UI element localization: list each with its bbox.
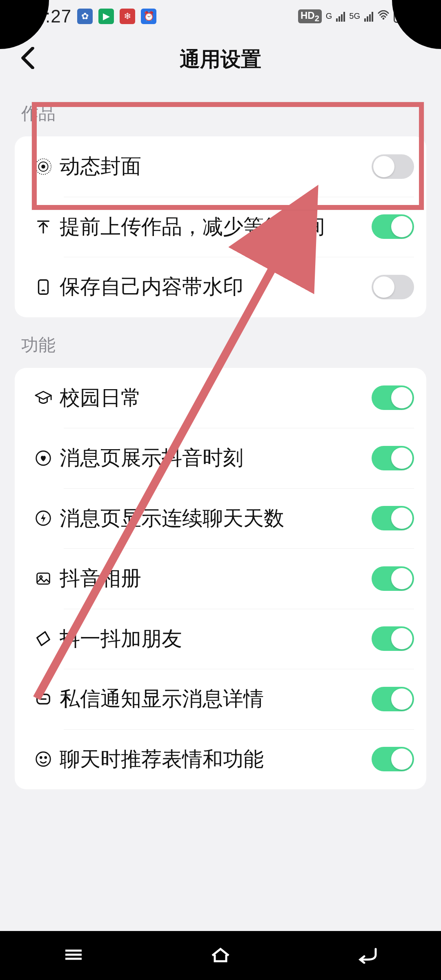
app-icon-2: ▶	[98, 9, 114, 24]
shake-toggle[interactable]	[372, 626, 414, 651]
device-icon	[27, 278, 60, 296]
network-g: G	[326, 11, 332, 21]
features-card: 校园日常 消息页展示抖音时刻 消息页显示连续聊天天数 抖音相册 抖一抖加朋友 私	[15, 368, 426, 790]
emoji-suggest-toggle[interactable]	[372, 747, 414, 771]
pre-upload-toggle[interactable]	[372, 214, 414, 239]
message-icon	[27, 690, 60, 708]
row-label: 消息页展示抖音时刻	[60, 444, 372, 472]
signal-bars-1	[336, 11, 345, 22]
target-icon	[27, 157, 60, 176]
lightning-circle-icon	[27, 509, 60, 528]
emoji-suggest-row[interactable]: 聊天时推荐表情和功能	[15, 729, 426, 790]
app-icon-4: ⏰	[141, 9, 156, 24]
moments-toggle[interactable]	[372, 446, 414, 470]
album-toggle[interactable]	[372, 566, 414, 591]
app-header: 通用设置	[0, 33, 441, 86]
svg-point-13	[45, 757, 47, 759]
upload-icon	[27, 217, 60, 236]
dm-detail-row[interactable]: 私信通知显示消息详情	[15, 669, 426, 729]
campus-row[interactable]: 校园日常	[15, 368, 426, 428]
svg-rect-4	[39, 280, 48, 294]
section-label-features: 功能	[0, 317, 441, 368]
row-label: 消息页显示连续聊天天数	[60, 505, 372, 532]
heart-circle-icon	[27, 449, 60, 468]
network-5g: 5G	[349, 11, 360, 21]
signal-bars-2	[364, 11, 373, 22]
svg-rect-7	[37, 573, 50, 584]
shake-row[interactable]: 抖一抖加朋友	[15, 609, 426, 669]
svg-point-0	[383, 18, 385, 20]
svg-point-11	[36, 752, 51, 766]
watermark-toggle[interactable]	[372, 275, 414, 299]
row-label: 抖一抖加朋友	[60, 625, 372, 653]
shake-icon	[27, 629, 60, 648]
album-row[interactable]: 抖音相册	[15, 548, 426, 609]
page-title: 通用设置	[180, 46, 261, 73]
campus-toggle[interactable]	[372, 385, 414, 410]
section-label-works: 作品	[0, 86, 441, 136]
app-icon-3: ❄	[120, 9, 135, 24]
status-bar: 10:27 ✿ ▶ ❄ ⏰ HD2 G 5G 79	[0, 0, 441, 33]
row-label: 私信通知显示消息详情	[60, 685, 372, 713]
moments-row[interactable]: 消息页展示抖音时刻	[15, 428, 426, 488]
row-label: 抖音相册	[60, 565, 372, 592]
row-label: 校园日常	[60, 384, 372, 412]
smiley-icon	[27, 750, 60, 768]
row-label: 提前上传作品，减少等待时间	[60, 213, 372, 241]
chat-days-toggle[interactable]	[372, 506, 414, 530]
svg-point-12	[40, 757, 42, 759]
watermark-row[interactable]: 保存自己内容带水印	[15, 257, 426, 317]
dm-detail-toggle[interactable]	[372, 687, 414, 711]
row-label: 动态封面	[60, 153, 372, 180]
image-icon	[27, 569, 60, 588]
app-icon-1: ✿	[77, 9, 93, 24]
dynamic-cover-toggle[interactable]	[372, 154, 414, 179]
dynamic-cover-row[interactable]: 动态封面	[15, 136, 426, 197]
works-card: 动态封面 提前上传作品，减少等待时间 保存自己内容带水印	[15, 136, 426, 317]
wifi-icon	[377, 10, 390, 23]
row-label: 保存自己内容带水印	[60, 273, 372, 301]
row-label: 聊天时推荐表情和功能	[60, 746, 372, 773]
svg-point-3	[41, 165, 45, 169]
svg-point-8	[40, 576, 42, 578]
hd-indicator: HD2	[298, 9, 322, 24]
chat-days-row[interactable]: 消息页显示连续聊天天数	[15, 488, 426, 549]
graduation-icon	[27, 388, 60, 407]
system-nav-bar	[0, 931, 441, 980]
back-button[interactable]	[16, 46, 40, 70]
recent-apps-button[interactable]	[61, 947, 86, 964]
home-button[interactable]	[208, 945, 233, 966]
nav-back-button[interactable]	[355, 946, 380, 965]
pre-upload-row[interactable]: 提前上传作品，减少等待时间	[15, 197, 426, 257]
